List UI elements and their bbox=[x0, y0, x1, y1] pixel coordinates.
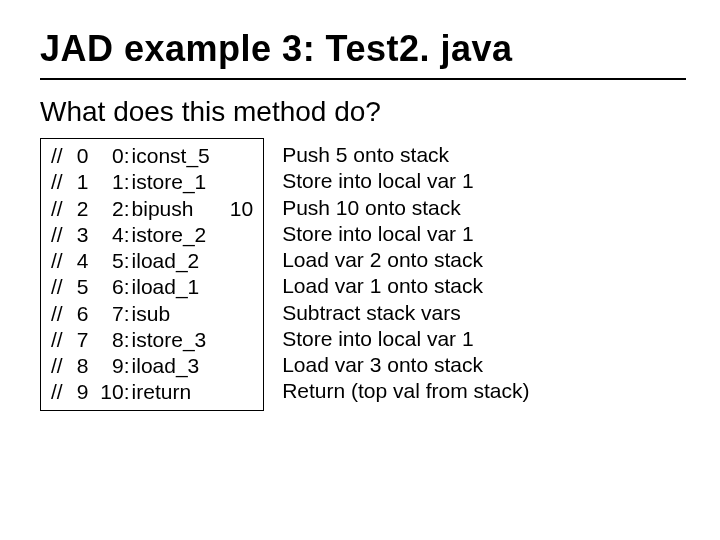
offset-number: 1: bbox=[100, 169, 129, 195]
offset-number: 6: bbox=[100, 274, 129, 300]
row-index: 7 bbox=[77, 327, 101, 353]
argument bbox=[230, 327, 253, 353]
row-index: 5 bbox=[77, 274, 101, 300]
instruction: iload_3 bbox=[130, 353, 230, 379]
bytecode-row: //78:istore_3 bbox=[51, 327, 253, 353]
instruction: bipush bbox=[130, 196, 230, 222]
argument bbox=[230, 169, 253, 195]
comment-marker: // bbox=[51, 143, 77, 169]
argument bbox=[230, 274, 253, 300]
instruction: iload_2 bbox=[130, 248, 230, 274]
bytecode-row: //11:istore_1 bbox=[51, 169, 253, 195]
description-line: Push 5 onto stack bbox=[282, 142, 529, 168]
offset-number: 2: bbox=[100, 196, 129, 222]
instruction: isub bbox=[130, 301, 230, 327]
bytecode-row: //89:iload_3 bbox=[51, 353, 253, 379]
instruction: iload_1 bbox=[130, 274, 230, 300]
comment-marker: // bbox=[51, 353, 77, 379]
argument bbox=[230, 222, 253, 248]
row-index: 1 bbox=[77, 169, 101, 195]
description-line: Store into local var 1 bbox=[282, 168, 529, 194]
bytecode-row: //45:iload_2 bbox=[51, 248, 253, 274]
bytecode-row: //56:iload_1 bbox=[51, 274, 253, 300]
description-line: Store into local var 1 bbox=[282, 326, 529, 352]
argument: 10 bbox=[230, 196, 253, 222]
row-index: 9 bbox=[77, 379, 101, 405]
description-line: Load var 3 onto stack bbox=[282, 352, 529, 378]
row-index: 2 bbox=[77, 196, 101, 222]
row-index: 6 bbox=[77, 301, 101, 327]
instruction: ireturn bbox=[130, 379, 230, 405]
comment-marker: // bbox=[51, 379, 77, 405]
row-index: 0 bbox=[77, 143, 101, 169]
offset-number: 10: bbox=[100, 379, 129, 405]
argument bbox=[230, 379, 253, 405]
description-line: Store into local var 1 bbox=[282, 221, 529, 247]
bytecode-row: //910:ireturn bbox=[51, 379, 253, 405]
row-index: 4 bbox=[77, 248, 101, 274]
comment-marker: // bbox=[51, 222, 77, 248]
slide-title: JAD example 3: Test2. java bbox=[40, 28, 686, 70]
description-column: Push 5 onto stackStore into local var 1P… bbox=[264, 138, 529, 405]
comment-marker: // bbox=[51, 169, 77, 195]
offset-number: 8: bbox=[100, 327, 129, 353]
comment-marker: // bbox=[51, 248, 77, 274]
description-line: Subtract stack vars bbox=[282, 300, 529, 326]
comment-marker: // bbox=[51, 301, 77, 327]
bytecode-row: //34:istore_2 bbox=[51, 222, 253, 248]
argument bbox=[230, 248, 253, 274]
comment-marker: // bbox=[51, 327, 77, 353]
offset-number: 0: bbox=[100, 143, 129, 169]
instruction: istore_2 bbox=[130, 222, 230, 248]
bytecode-box: //00:iconst_5//11:istore_1//22:bipush10/… bbox=[40, 138, 264, 411]
comment-marker: // bbox=[51, 274, 77, 300]
description-line: Load var 1 onto stack bbox=[282, 273, 529, 299]
instruction: istore_1 bbox=[130, 169, 230, 195]
description-line: Return (top val from stack) bbox=[282, 378, 529, 404]
instruction: iconst_5 bbox=[130, 143, 230, 169]
bytecode-row: //22:bipush10 bbox=[51, 196, 253, 222]
offset-number: 9: bbox=[100, 353, 129, 379]
description-line: Load var 2 onto stack bbox=[282, 247, 529, 273]
offset-number: 4: bbox=[100, 222, 129, 248]
bytecode-row: //67:isub bbox=[51, 301, 253, 327]
title-rule bbox=[40, 78, 686, 80]
comment-marker: // bbox=[51, 196, 77, 222]
content-columns: //00:iconst_5//11:istore_1//22:bipush10/… bbox=[40, 138, 686, 411]
argument bbox=[230, 353, 253, 379]
row-index: 3 bbox=[77, 222, 101, 248]
argument bbox=[230, 301, 253, 327]
instruction: istore_3 bbox=[130, 327, 230, 353]
bytecode-table: //00:iconst_5//11:istore_1//22:bipush10/… bbox=[51, 143, 253, 406]
offset-number: 7: bbox=[100, 301, 129, 327]
offset-number: 5: bbox=[100, 248, 129, 274]
argument bbox=[230, 143, 253, 169]
slide-subtitle: What does this method do? bbox=[40, 96, 686, 128]
description-line: Push 10 onto stack bbox=[282, 195, 529, 221]
bytecode-row: //00:iconst_5 bbox=[51, 143, 253, 169]
row-index: 8 bbox=[77, 353, 101, 379]
